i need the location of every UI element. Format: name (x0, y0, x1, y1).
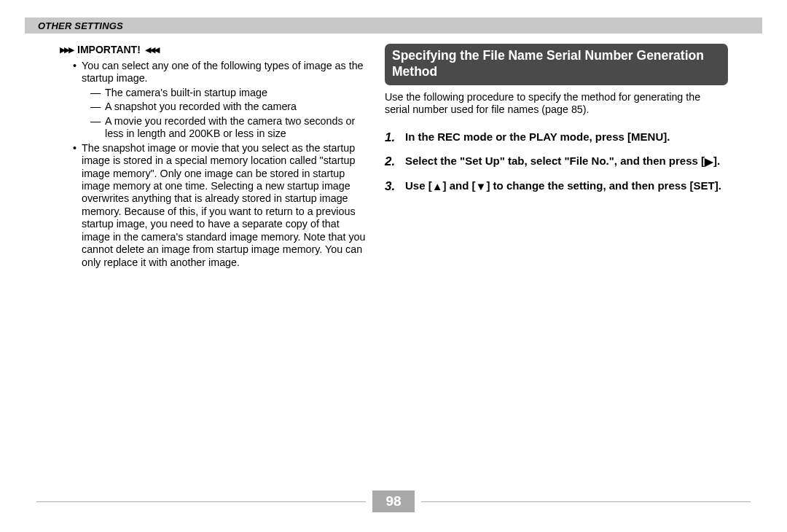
step-text: Select the "Set Up" tab, select "File No… (405, 154, 720, 167)
triangle-right-icon: ▶▶▶ (60, 45, 73, 55)
footer-rule-left (36, 501, 366, 503)
step-2-part-a: Select the "Set Up" tab, select "File No… (405, 154, 705, 167)
numbered-steps: 1. In the REC mode or the PLAY mode, pre… (385, 130, 728, 194)
list-item: A movie you recorded with the camera two… (90, 115, 367, 141)
bullet-text: The snapshot image or movie that you sel… (82, 142, 365, 268)
list-item: You can select any one of the following … (73, 60, 367, 141)
section-intro: Use the following procedure to specify t… (385, 91, 728, 117)
header-bar: OTHER SETTINGS (25, 17, 762, 34)
dash-list: The camera's built-in startup image A sn… (90, 87, 367, 141)
step-text: Use [▲] and [▼] to change the setting, a… (405, 179, 721, 192)
list-item: 3. Use [▲] and [▼] to change the setting… (385, 179, 728, 193)
important-heading: ▶▶▶ IMPORTANT! ◀◀◀ (60, 44, 367, 55)
page-number: 98 (385, 493, 401, 509)
list-item: A snapshot you recorded with the camera (90, 101, 367, 113)
list-item: The camera's built-in startup image (90, 87, 367, 99)
step-3-part-c: ] to change the setting, and then press … (486, 179, 721, 192)
page-number-box: 98 (372, 490, 415, 512)
triangle-down-icon: ▼ (476, 179, 487, 193)
list-item: The snapshot image or movie that you sel… (73, 142, 367, 269)
list-item: 1. In the REC mode or the PLAY mode, pre… (385, 130, 728, 144)
step-text: In the REC mode or the PLAY mode, press … (405, 130, 670, 143)
footer: 98 (25, 485, 762, 515)
step-3-part-b: ] and [ (443, 179, 476, 192)
triangle-right-icon: ▶ (705, 154, 713, 168)
footer-rule-right (421, 501, 751, 503)
dash-text: A movie you recorded with the camera two… (105, 115, 355, 139)
important-bullet-list: You can select any one of the following … (73, 60, 367, 269)
important-label: IMPORTANT! (77, 44, 141, 55)
content-columns: ▶▶▶ IMPORTANT! ◀◀◀ You can select any on… (25, 44, 762, 270)
page-frame: OTHER SETTINGS ▶▶▶ IMPORTANT! ◀◀◀ You ca… (25, 17, 762, 515)
right-column: Specifying the File Name Serial Number G… (375, 44, 735, 270)
step-number: 3. (385, 179, 395, 195)
triangle-up-icon: ▲ (432, 179, 443, 193)
section-title-box: Specifying the File Name Serial Number G… (385, 44, 728, 85)
step-number: 1. (385, 130, 395, 146)
list-item: 2. Select the "Set Up" tab, select "File… (385, 154, 728, 168)
header-title: OTHER SETTINGS (38, 20, 123, 31)
step-2-part-b: ]. (713, 154, 720, 167)
dash-text: A snapshot you recorded with the camera (105, 101, 297, 112)
section-title: Specifying the File Name Serial Number G… (392, 48, 721, 80)
step-number: 2. (385, 154, 395, 170)
dash-text: The camera's built-in startup image (105, 87, 267, 98)
step-3-part-a: Use [ (405, 179, 432, 192)
triangle-left-icon: ◀◀◀ (145, 45, 158, 55)
left-column: ▶▶▶ IMPORTANT! ◀◀◀ You can select any on… (25, 44, 375, 270)
bullet-text: You can select any one of the following … (82, 60, 364, 84)
